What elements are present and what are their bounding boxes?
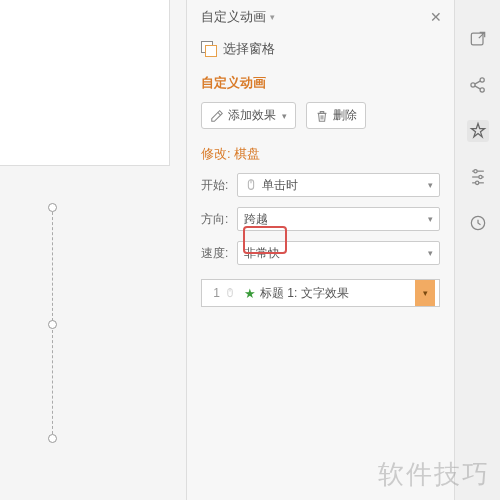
svg-point-7	[480, 88, 484, 92]
selection-pane-label: 选择窗格	[223, 40, 275, 58]
delete-label: 删除	[333, 107, 357, 124]
animation-item-dropdown[interactable]: ▾	[415, 280, 435, 306]
selection-outline	[52, 212, 53, 321]
share-icon[interactable]	[467, 74, 489, 96]
mouse-icon	[224, 287, 236, 299]
star-icon: ★	[244, 286, 256, 301]
add-effect-label: 添加效果	[228, 107, 276, 124]
resize-handle[interactable]	[48, 203, 57, 212]
chevron-down-icon: ▾	[428, 248, 433, 258]
section-title: 自定义动画	[199, 70, 442, 102]
svg-point-13	[475, 181, 478, 184]
svg-point-6	[480, 78, 484, 82]
direction-row: 方向: 跨越 ▾	[199, 207, 442, 241]
start-row: 开始: 单击时 ▾	[199, 173, 442, 207]
slide-canvas-area	[0, 0, 186, 500]
chevron-down-icon: ▾	[282, 111, 287, 121]
close-icon[interactable]: ✕	[430, 9, 442, 25]
svg-point-5	[470, 83, 474, 87]
resize-handle[interactable]	[48, 320, 57, 329]
animation-list-item[interactable]: 1 ★ 标题 1: 文字效果 ▾	[202, 280, 439, 306]
custom-animation-panel: 自定义动画 ▾ ✕ 选择窗格 自定义动画 添加效果 ▾ 删除 修改: 棋盘 开始…	[186, 0, 454, 500]
slide-thumbnail[interactable]	[0, 0, 170, 166]
selection-outline	[52, 330, 53, 434]
chevron-down-icon: ▾	[423, 288, 428, 298]
svg-point-11	[478, 175, 481, 178]
start-label: 开始:	[201, 177, 233, 194]
history-icon[interactable]	[467, 212, 489, 234]
svg-point-9	[473, 170, 476, 173]
speed-label: 速度:	[201, 245, 233, 262]
chevron-down-icon: ▾	[428, 214, 433, 224]
animation-list: 1 ★ 标题 1: 文字效果 ▾	[201, 279, 440, 307]
direction-select[interactable]: 跨越 ▾	[237, 207, 440, 231]
pencil-icon	[210, 109, 224, 123]
add-effect-button[interactable]: 添加效果 ▾	[201, 102, 296, 129]
speed-row: 速度: 非常快 ▾	[199, 241, 442, 275]
animation-index: 1	[206, 286, 220, 300]
start-value: 单击时	[262, 177, 298, 194]
modify-title: 修改: 棋盘	[199, 143, 442, 173]
button-row: 添加效果 ▾ 删除	[199, 102, 442, 143]
mouse-icon	[244, 178, 258, 192]
export-icon[interactable]	[467, 28, 489, 50]
speed-select[interactable]: 非常快 ▾	[237, 241, 440, 265]
dropdown-caret-icon[interactable]: ▾	[270, 12, 275, 22]
panel-header: 自定义动画 ▾ ✕	[199, 6, 442, 34]
start-select[interactable]: 单击时 ▾	[237, 173, 440, 197]
settings-sliders-icon[interactable]	[467, 166, 489, 188]
resize-handle[interactable]	[48, 434, 57, 443]
direction-value: 跨越	[244, 211, 268, 228]
right-toolbar	[454, 0, 500, 500]
text-placeholder[interactable]	[0, 207, 53, 443]
selection-pane-icon	[201, 41, 217, 57]
trash-icon	[315, 109, 329, 123]
delete-button[interactable]: 删除	[306, 102, 366, 129]
animation-icon[interactable]	[467, 120, 489, 142]
speed-value: 非常快	[244, 245, 280, 262]
direction-label: 方向:	[201, 211, 233, 228]
chevron-down-icon: ▾	[428, 180, 433, 190]
animation-title: 标题 1: 文字效果	[260, 285, 349, 302]
panel-title-text: 自定义动画	[201, 8, 266, 26]
selection-pane-button[interactable]: 选择窗格	[199, 34, 442, 70]
